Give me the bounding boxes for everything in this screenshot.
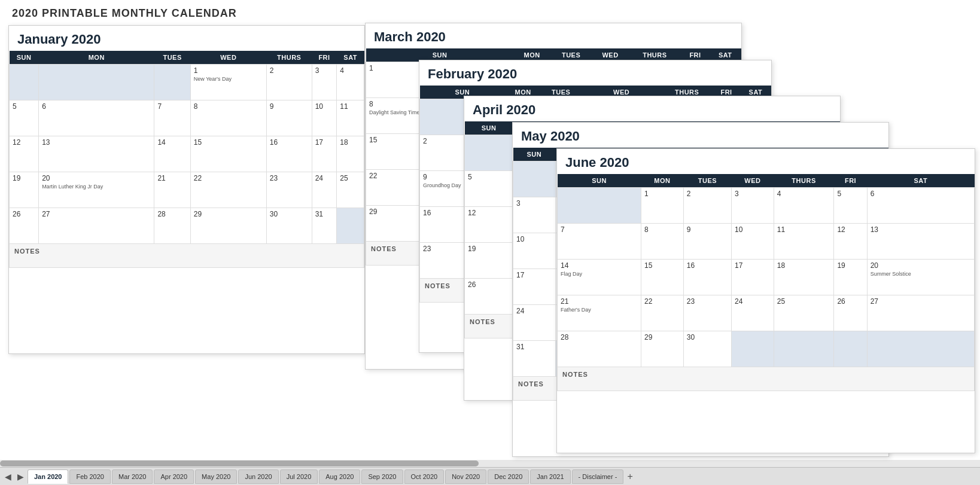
- day-cell: 3: [513, 197, 556, 233]
- empty-cell: [513, 161, 556, 197]
- day-cell: 7: [154, 100, 190, 136]
- jun-tues-header: TUES: [683, 174, 731, 188]
- day-cell: 16: [266, 136, 312, 172]
- tab-aug-2020[interactable]: Aug 2020: [319, 469, 360, 484]
- day-cell: 25: [337, 172, 364, 208]
- day-cell: 5: [834, 188, 867, 224]
- tab-prev-arrow[interactable]: ◀: [2, 472, 14, 481]
- march-title: March 2020: [366, 23, 741, 48]
- holiday-text: Flag Day: [561, 271, 638, 277]
- day-cell: 7: [558, 224, 641, 260]
- holiday-text: Martin Luther King Jr Day: [42, 184, 151, 190]
- day-cell: 5: [465, 171, 513, 207]
- tab-feb-2020[interactable]: Feb 2020: [69, 469, 110, 484]
- table-row: 1 2 3 4 5 6: [558, 188, 975, 224]
- january-title: January 2020: [9, 26, 364, 51]
- table-row: 7 8 9 10 11 12 13: [558, 224, 975, 260]
- tab-jan-2021[interactable]: Jan 2021: [530, 469, 570, 484]
- day-cell: 1New Year's Day: [190, 65, 266, 100]
- day-cell: 18: [774, 260, 834, 295]
- holiday-text: New Year's Day: [194, 76, 263, 83]
- day-cell: 22: [641, 295, 684, 331]
- tab-sep-2020[interactable]: Sep 2020: [361, 469, 403, 484]
- day-cell: 9: [683, 224, 731, 260]
- apr-sun-header: SUN: [465, 121, 513, 135]
- holiday-text: Summer Solstice: [871, 271, 971, 277]
- notes-row: NOTES: [558, 367, 975, 391]
- day-cell: 30: [683, 331, 731, 367]
- tab-next-arrow[interactable]: ▶: [15, 472, 26, 481]
- day-cell: 26: [10, 208, 39, 244]
- day-cell: 10: [731, 224, 774, 260]
- day-cell: 12: [10, 136, 39, 172]
- notes-row: NOTES: [10, 244, 364, 268]
- day-cell: 13: [867, 224, 974, 260]
- day-cell: 26: [834, 295, 867, 331]
- main-container: 2020 PRINTABLE MONTHLY CALENDAR January …: [0, 0, 980, 485]
- day-cell: 4: [337, 65, 364, 100]
- day-cell: 10: [312, 100, 337, 136]
- tab-jan-2020[interactable]: Jan 2020: [28, 469, 68, 484]
- jan-fri-header: FRI: [312, 51, 337, 65]
- day-cell: 13: [39, 136, 154, 172]
- day-cell: 4: [774, 188, 834, 224]
- empty-cell: [731, 331, 774, 367]
- day-cell: 6: [39, 100, 154, 136]
- day-cell: 24: [312, 172, 337, 208]
- tab-may-2020[interactable]: May 2020: [195, 469, 237, 484]
- jan-sat-header: SAT: [337, 51, 364, 65]
- day-cell: 6: [867, 188, 974, 224]
- jun-sat-header: SAT: [867, 174, 974, 188]
- notes-label: NOTES: [10, 244, 364, 268]
- table-row: 19 20Martin Luther King Jr Day 21 22 23 …: [10, 172, 364, 208]
- tab-dec-2020[interactable]: Dec 2020: [488, 469, 529, 484]
- day-cell: 15: [641, 260, 684, 295]
- day-cell: 5: [10, 100, 39, 136]
- tab-mar-2020[interactable]: Mar 2020: [112, 469, 153, 484]
- table-row: 12 13 14 15 16 17 18: [10, 136, 364, 172]
- june-title: June 2020: [557, 149, 975, 174]
- day-cell: 8: [190, 100, 266, 136]
- day-cell: 29: [190, 208, 266, 244]
- day-cell: 8: [641, 224, 684, 260]
- empty-cell: [465, 135, 513, 171]
- june-grid: SUN MON TUES WED THURS FRI SAT 1 2 3 4 5: [557, 174, 975, 391]
- day-cell: 3: [312, 65, 337, 100]
- tab-oct-2020[interactable]: Oct 2020: [404, 469, 445, 484]
- day-cell: 20Summer Solstice: [867, 260, 974, 295]
- jun-mon-header: MON: [641, 174, 684, 188]
- day-cell: 23: [683, 295, 731, 331]
- day-cell: 22: [190, 172, 266, 208]
- empty-cell: [867, 331, 974, 367]
- jan-wed-header: WED: [190, 51, 266, 65]
- day-cell: 31: [513, 341, 556, 377]
- tab-nov-2020[interactable]: Nov 2020: [445, 469, 486, 484]
- tab-disclaimer[interactable]: - Disclaimer -: [572, 469, 624, 484]
- tab-jul-2020[interactable]: Jul 2020: [280, 469, 318, 484]
- day-cell: 19: [10, 172, 39, 208]
- day-cell: 9: [266, 100, 312, 136]
- holiday-text: Father's Day: [561, 307, 638, 313]
- scroll-thumb[interactable]: [0, 460, 479, 466]
- day-cell: 28: [558, 331, 641, 367]
- scrollbar[interactable]: [0, 460, 980, 467]
- table-row: 21Father's Day 22 23 24 25 26 27: [558, 295, 975, 331]
- day-cell: 23: [266, 172, 312, 208]
- day-cell: 2: [266, 65, 312, 100]
- jan-mon-header: MON: [39, 51, 154, 65]
- table-row: 14Flag Day 15 16 17 18 19 20Summer Solst…: [558, 260, 975, 295]
- day-cell: 24: [731, 295, 774, 331]
- tab-apr-2020[interactable]: Apr 2020: [154, 469, 194, 484]
- day-cell: 15: [190, 136, 266, 172]
- day-cell: 16: [683, 260, 731, 295]
- day-cell: 2: [683, 188, 731, 224]
- day-cell: 27: [867, 295, 974, 331]
- tab-add-button[interactable]: +: [625, 471, 635, 482]
- table-row: 26 27 28 29 30 31: [10, 208, 364, 244]
- day-cell: 1: [641, 188, 684, 224]
- day-cell: 11: [337, 100, 364, 136]
- tab-jun-2020[interactable]: Jun 2020: [238, 469, 278, 484]
- day-cell: 17: [312, 136, 337, 172]
- calendar-january: January 2020 SUN MON TUES WED THURS FRI …: [8, 25, 365, 354]
- day-cell: 19: [834, 260, 867, 295]
